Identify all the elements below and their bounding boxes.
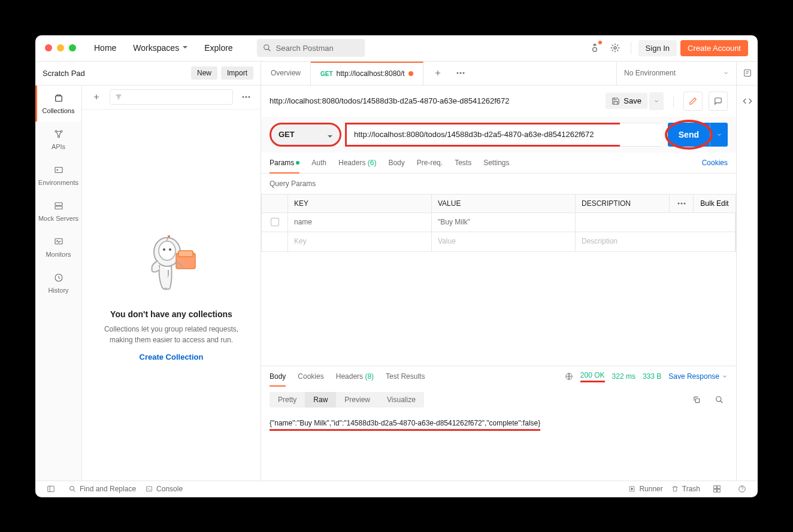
response-panel: Body Cookies Headers (8) Test Results 20…: [261, 366, 736, 481]
method-select[interactable]: GET: [270, 123, 341, 147]
sidebar-item-label: APIs: [52, 143, 65, 150]
runner-button[interactable]: Runner: [628, 485, 662, 493]
send-button[interactable]: Send: [668, 123, 710, 147]
options-icon[interactable]: [238, 89, 255, 105]
count-badge: (8): [365, 372, 374, 381]
bulk-edit-link[interactable]: Bulk Edit: [694, 194, 736, 212]
column-key: KEY: [288, 194, 432, 212]
tab-overview[interactable]: Overview: [261, 62, 311, 85]
tab-headers[interactable]: Headers (6): [338, 153, 376, 173]
search-response-icon[interactable]: [711, 391, 728, 408]
resp-tab-cookies[interactable]: Cookies: [298, 366, 323, 387]
menu-explore[interactable]: Explore: [198, 39, 238, 56]
code-icon[interactable]: [739, 93, 756, 110]
sidebar-toggle-icon[interactable]: [43, 481, 59, 497]
sync-icon[interactable]: [586, 39, 603, 56]
add-button[interactable]: [88, 89, 105, 105]
filter-input[interactable]: [110, 89, 233, 105]
fmt-preview[interactable]: Preview: [336, 392, 379, 408]
help-icon[interactable]: [734, 481, 750, 497]
create-account-button[interactable]: Create Account: [680, 40, 748, 56]
console-button[interactable]: Console: [146, 485, 183, 493]
save-dropdown[interactable]: [649, 92, 664, 110]
menu-home[interactable]: Home: [88, 39, 122, 56]
resp-tab-tests[interactable]: Test Results: [386, 366, 425, 387]
console-label: Console: [156, 485, 183, 493]
sidebar-item-history[interactable]: History: [35, 265, 81, 301]
environments-icon: [53, 165, 64, 175]
param-key[interactable]: name: [288, 213, 432, 232]
save-button[interactable]: Save: [606, 93, 647, 109]
fmt-raw[interactable]: Raw: [305, 392, 336, 408]
tab-options-icon[interactable]: [452, 65, 469, 81]
new-tab-button[interactable]: [429, 65, 446, 81]
close-window-icon[interactable]: [45, 44, 52, 51]
new-button[interactable]: New: [191, 66, 217, 80]
tab-tests[interactable]: Tests: [455, 153, 471, 173]
checkbox-column: [262, 194, 288, 212]
cookies-link[interactable]: Cookies: [702, 153, 728, 173]
code-sidebar: [736, 86, 758, 481]
param-desc[interactable]: [576, 213, 736, 232]
save-response-link[interactable]: Save Response: [668, 372, 728, 381]
environment-select[interactable]: No Environment: [616, 62, 736, 85]
tab-settings[interactable]: Settings: [483, 153, 509, 173]
find-replace-button[interactable]: Find and Replace: [69, 485, 136, 493]
resp-tab-headers[interactable]: Headers (8): [336, 366, 374, 387]
trash-button[interactable]: Trash: [671, 485, 700, 493]
param-value[interactable]: "Buy Milk": [432, 213, 576, 232]
import-button[interactable]: Import: [221, 66, 253, 80]
column-options[interactable]: [670, 194, 694, 212]
query-params-label: Query Params: [261, 174, 736, 194]
table-header: KEY VALUE DESCRIPTION Bulk Edit: [262, 194, 736, 213]
sidebar-item-collections[interactable]: Collections: [35, 86, 81, 121]
resp-tab-body[interactable]: Body: [270, 366, 286, 387]
search-placeholder: Search Postman: [276, 44, 334, 53]
create-collection-link[interactable]: Create Collection: [140, 352, 204, 361]
response-format-bar: Pretty Raw Preview Visualize: [261, 387, 736, 413]
maximize-window-icon[interactable]: [69, 44, 76, 51]
copy-icon[interactable]: [688, 391, 705, 408]
save-label: Save: [623, 96, 641, 105]
tab-prereq[interactable]: Pre-req.: [417, 153, 443, 173]
sidebar-item-mock-servers[interactable]: Mock Servers: [35, 193, 81, 229]
fmt-pretty[interactable]: Pretty: [270, 392, 305, 408]
svg-rect-10: [55, 202, 62, 205]
search-input[interactable]: Search Postman: [257, 39, 365, 57]
sidebar-item-apis[interactable]: APIs: [35, 121, 81, 157]
tab-params[interactable]: Params: [270, 153, 299, 173]
svg-rect-45: [718, 490, 721, 493]
svg-point-31: [683, 202, 685, 204]
svg-point-7: [57, 136, 59, 138]
url-input[interactable]: http://localhost:8080/todos/14588d3b-d2a…: [345, 123, 622, 147]
sidebar-item-environments[interactable]: Environments: [35, 157, 81, 193]
save-response-label: Save Response: [668, 372, 719, 381]
param-value-placeholder[interactable]: Value: [432, 232, 576, 251]
runner-label: Runner: [639, 485, 662, 493]
svg-line-35: [721, 401, 723, 403]
table-row-placeholder: Key Value Description: [262, 232, 736, 251]
left-panel: Scratch Pad New Import Collections APIs: [35, 62, 261, 481]
tabs-bar: Overview GET http://localhost:8080/t No …: [261, 62, 758, 86]
comment-icon[interactable]: [709, 92, 728, 111]
row-checkbox[interactable]: [262, 213, 288, 232]
url-value: http://localhost:8080/todos/14588d3b-d2a…: [354, 130, 594, 139]
status-code: 200 OK: [580, 371, 605, 382]
svg-rect-33: [695, 399, 699, 402]
sign-in-button[interactable]: Sign In: [638, 40, 677, 56]
panes-icon[interactable]: [709, 481, 725, 497]
tab-auth[interactable]: Auth: [311, 153, 326, 173]
tab-body[interactable]: Body: [388, 153, 404, 173]
tab-request[interactable]: GET http://localhost:8080/t: [311, 62, 423, 85]
fmt-visualize[interactable]: Visualize: [379, 392, 424, 408]
settings-icon[interactable]: [607, 39, 623, 56]
svg-point-16: [249, 96, 250, 98]
minimize-window-icon[interactable]: [57, 44, 64, 51]
edit-icon[interactable]: [683, 92, 703, 111]
param-key-placeholder[interactable]: Key: [288, 232, 432, 251]
param-desc-placeholder[interactable]: Description: [576, 232, 736, 251]
env-quick-look-icon[interactable]: [736, 62, 758, 85]
response-body[interactable]: {"name":"Buy Milk","id":"14588d3b-d2a5-4…: [261, 413, 736, 481]
sidebar-item-monitors[interactable]: Monitors: [35, 229, 81, 265]
menu-workspaces[interactable]: Workspaces: [127, 39, 193, 56]
